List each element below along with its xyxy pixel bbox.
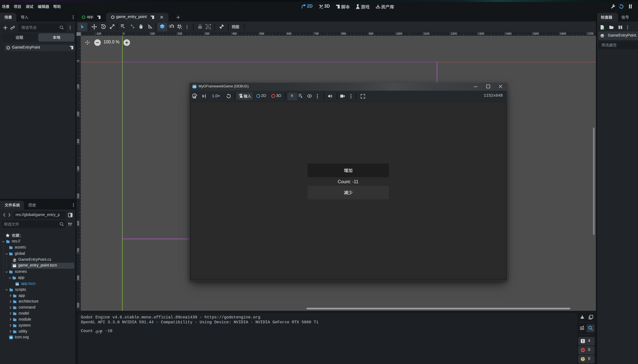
svg-text:C#: C# xyxy=(13,259,16,262)
svg-text:C#: C# xyxy=(601,35,604,37)
